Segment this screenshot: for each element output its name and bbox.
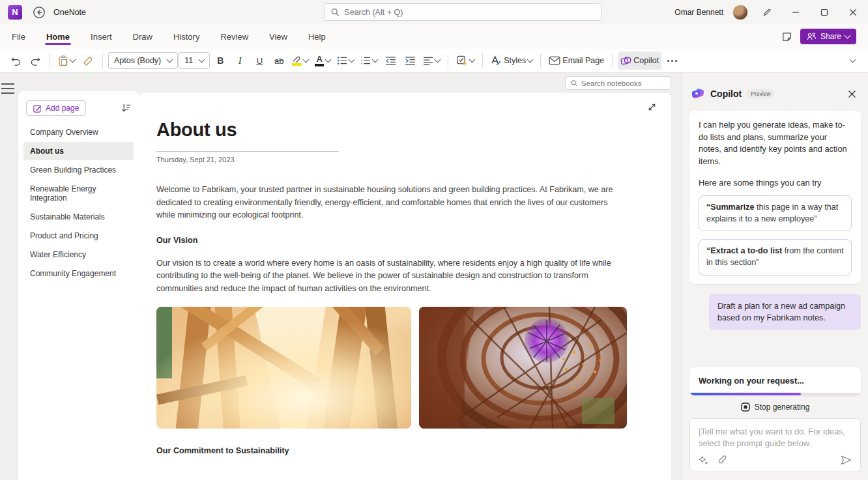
copilot-button[interactable]: Copilot xyxy=(618,51,661,70)
expand-page-icon[interactable] xyxy=(647,102,657,112)
redo-button[interactable] xyxy=(26,51,44,70)
image-spiral-atrium[interactable] xyxy=(419,307,627,429)
chevron-down-icon xyxy=(435,57,441,63)
page-item[interactable]: Water Efficiency xyxy=(23,246,134,264)
copilot-input-box[interactable]: |Tell me what you want to do. For ideas,… xyxy=(689,418,861,472)
copilot-pane: Copilot Preview I can help you generate … xyxy=(681,73,868,480)
suggestion-bold: “Extract a to-do list xyxy=(706,246,782,255)
bold-button[interactable]: B xyxy=(211,51,229,70)
chevron-down-icon xyxy=(199,57,205,63)
close-button[interactable] xyxy=(843,4,863,21)
alignment-button[interactable] xyxy=(420,51,442,70)
tab-home[interactable]: Home xyxy=(46,26,70,48)
font-name-value: Aptos (Body) xyxy=(114,56,161,65)
tab-insert[interactable]: Insert xyxy=(91,26,112,48)
chevron-down-icon xyxy=(70,57,76,63)
sort-pages-icon[interactable] xyxy=(121,104,131,113)
chevron-down-icon xyxy=(469,57,476,63)
notebook-search-input[interactable] xyxy=(581,79,665,87)
styles-icon xyxy=(491,55,502,66)
compose-icon xyxy=(33,104,42,113)
font-size-select[interactable]: 11 xyxy=(179,52,210,69)
tab-file[interactable]: File xyxy=(12,26,25,48)
format-painter-button[interactable] xyxy=(79,51,97,70)
ribbon-toolbar: Aptos (Body) 11 B I U ab A xyxy=(0,49,868,73)
global-search[interactable] xyxy=(324,3,601,21)
highlighter-button[interactable] xyxy=(289,51,311,70)
page-item[interactable]: Product and Pricing xyxy=(23,227,134,245)
maximize-button[interactable] xyxy=(815,4,834,21)
undo-button[interactable] xyxy=(7,51,25,70)
attach-paperclip-icon[interactable] xyxy=(718,455,727,465)
notebook-search[interactable] xyxy=(565,76,671,90)
ellipsis-icon xyxy=(667,60,677,62)
search-input[interactable] xyxy=(344,8,594,17)
title-divider xyxy=(156,151,339,152)
font-name-select[interactable]: Aptos (Body) xyxy=(108,52,178,69)
feed-note-icon[interactable] xyxy=(781,31,792,42)
copilot-input-placeholder: |Tell me what you want to do. For ideas,… xyxy=(699,426,852,450)
tab-draw[interactable]: Draw xyxy=(133,26,152,48)
back-button[interactable] xyxy=(31,5,47,20)
chevron-down-icon xyxy=(167,57,173,63)
copilot-close-button[interactable] xyxy=(844,86,860,102)
user-avatar[interactable] xyxy=(732,5,748,20)
font-color-button[interactable]: A xyxy=(312,51,333,70)
image-timber-interior[interactable] xyxy=(156,307,411,429)
tab-history[interactable]: History xyxy=(173,26,199,48)
heading-our-vision[interactable]: Our Vision xyxy=(156,236,652,245)
todo-tag-button[interactable] xyxy=(454,51,477,70)
copilot-pane-title: Copilot xyxy=(710,89,742,99)
stop-generating-button[interactable]: Stop generating xyxy=(741,402,810,412)
paste-button[interactable] xyxy=(55,51,78,70)
tab-help[interactable]: Help xyxy=(308,26,326,48)
page-item[interactable]: Community Engagement xyxy=(23,264,134,283)
numbered-list-button[interactable] xyxy=(358,51,380,70)
highlighter-icon xyxy=(292,55,302,66)
workspace: Add page Company Overview About us Green… xyxy=(0,73,868,480)
italic-button[interactable]: I xyxy=(231,51,249,70)
status-text: Working on your request... xyxy=(689,367,861,393)
stop-generating-label: Stop generating xyxy=(755,402,810,412)
bullet-list-icon xyxy=(337,56,347,65)
paragraph-welcome[interactable]: Welcome to Fabrikam, your trusted partne… xyxy=(156,184,618,222)
prompt-guide-icon[interactable] xyxy=(699,456,709,465)
page-item[interactable]: Sustainable Materials xyxy=(23,208,134,226)
copilot-intro-card: I can help you generate ideas, make to-d… xyxy=(689,111,861,284)
page-item-selected[interactable]: About us xyxy=(23,142,134,160)
bold-icon: B xyxy=(217,55,224,66)
pen-sparkle-icon[interactable] xyxy=(757,4,777,21)
page-title[interactable]: About us xyxy=(156,119,652,141)
page-canvas[interactable]: About us Thursday, Sept 21, 2023 Welcome… xyxy=(139,93,671,480)
bullet-list-button[interactable] xyxy=(334,51,356,70)
preview-badge: Preview xyxy=(747,89,774,98)
page-item[interactable]: Renewable Energy Integration xyxy=(23,180,134,207)
styles-button[interactable]: Styles xyxy=(488,51,535,70)
chevron-down-icon xyxy=(849,57,856,63)
page-column: About us Thursday, Sept 21, 2023 Welcome… xyxy=(139,73,671,480)
suggestion-card-summarize[interactable]: “Summarize this page in a way that expla… xyxy=(699,195,852,231)
tab-view[interactable]: View xyxy=(269,26,287,48)
nav-hamburger-icon[interactable] xyxy=(1,83,14,94)
strikethrough-icon: ab xyxy=(274,56,283,66)
decrease-indent-button[interactable] xyxy=(381,51,399,70)
share-button[interactable]: Share xyxy=(800,29,856,44)
tab-review[interactable]: Review xyxy=(220,26,248,48)
minimize-button[interactable] xyxy=(786,4,805,21)
heading-commitment[interactable]: Our Commitment to Sustainability xyxy=(156,446,652,455)
search-icon xyxy=(331,8,339,16)
suggestion-card-todo[interactable]: “Extract a to-do list from the content i… xyxy=(699,239,852,275)
email-page-button[interactable]: Email Page xyxy=(546,51,607,70)
underline-button[interactable]: U xyxy=(250,51,268,70)
page-list-panel: Add page Company Overview About us Green… xyxy=(18,91,139,480)
onenote-logo-icon: N xyxy=(8,5,22,20)
page-item[interactable]: Green Building Practices xyxy=(23,161,134,179)
add-page-button[interactable]: Add page xyxy=(26,100,86,116)
ribbon-overflow-button[interactable] xyxy=(663,51,681,70)
ribbon-collapse-button[interactable] xyxy=(843,51,861,70)
increase-indent-button[interactable] xyxy=(401,51,419,70)
page-item[interactable]: Company Overview xyxy=(23,123,134,141)
send-icon[interactable] xyxy=(841,455,852,465)
strikethrough-button[interactable]: ab xyxy=(270,51,288,70)
paragraph-vision[interactable]: Our vision is to create a world where ev… xyxy=(156,257,618,296)
